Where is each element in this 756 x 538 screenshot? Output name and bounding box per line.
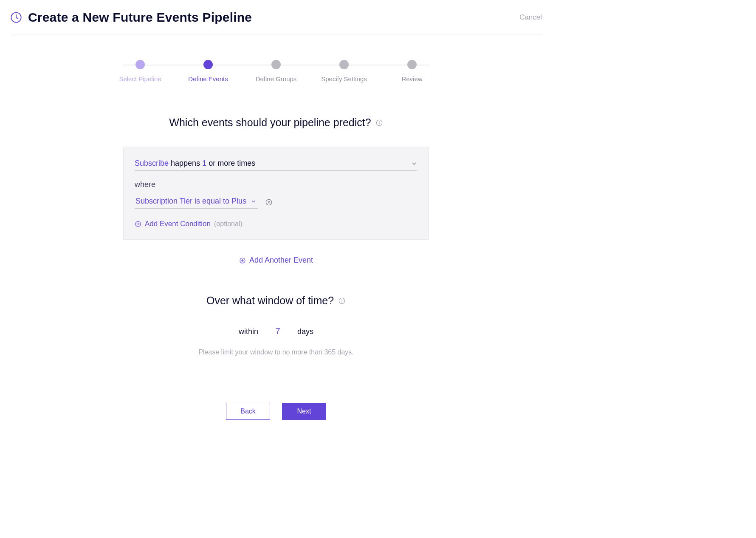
window-prefix: within xyxy=(239,327,258,336)
step-label: Define Groups xyxy=(256,75,297,82)
remove-condition-icon[interactable] xyxy=(265,198,273,206)
events-section-heading: Which events should your pipeline predic… xyxy=(123,116,429,129)
back-button[interactable]: Back xyxy=(226,403,270,420)
step-specify-settings[interactable]: Specify Settings xyxy=(319,60,370,82)
svg-point-9 xyxy=(341,299,342,300)
clock-icon xyxy=(10,11,22,23)
window-days-input[interactable] xyxy=(266,326,290,338)
condition-text: Subscription Tier is equal to Plus xyxy=(135,197,246,206)
window-suffix: days xyxy=(297,327,313,336)
event-qual-token: or more times xyxy=(209,159,255,167)
step-label: Select Pipeline xyxy=(119,75,161,82)
step-select-pipeline[interactable]: Select Pipeline xyxy=(115,60,166,82)
step-dot xyxy=(339,60,349,69)
event-card: Subscribe happens 1 or more times where … xyxy=(123,147,429,240)
step-dot xyxy=(135,60,145,69)
step-label: Specify Settings xyxy=(321,75,367,82)
step-define-groups[interactable]: Define Groups xyxy=(251,60,302,82)
svg-point-3 xyxy=(379,121,380,122)
chevron-down-icon[interactable] xyxy=(411,160,417,167)
step-define-events[interactable]: Define Events xyxy=(183,60,234,82)
step-review[interactable]: Review xyxy=(386,60,437,82)
add-another-event[interactable]: Add Another Event xyxy=(123,256,429,265)
step-dot xyxy=(271,60,281,69)
next-button[interactable]: Next xyxy=(282,403,326,420)
time-window-row: within days xyxy=(123,326,429,338)
event-count-token: 1 xyxy=(202,159,206,167)
cancel-link[interactable]: Cancel xyxy=(519,13,542,22)
step-label: Define Events xyxy=(188,75,228,82)
add-condition-label: Add Event Condition xyxy=(145,220,211,228)
event-happens-token: happens xyxy=(171,159,200,167)
page-title: Create a New Future Events Pipeline xyxy=(28,10,252,25)
add-condition-optional: (optional) xyxy=(214,220,243,228)
info-icon[interactable] xyxy=(375,119,383,127)
add-event-label: Add Another Event xyxy=(249,256,313,265)
step-dot xyxy=(203,60,213,69)
plus-circle-icon xyxy=(239,257,246,264)
event-rule-row[interactable]: Subscribe happens 1 or more times xyxy=(135,159,417,171)
window-hint: Please limit your window to no more than… xyxy=(123,348,429,356)
progress-stepper: Select Pipeline Define Events Define Gro… xyxy=(115,60,437,82)
add-event-condition[interactable]: Add Event Condition (optional) xyxy=(135,220,417,228)
event-name-token: Subscribe xyxy=(135,159,169,167)
events-heading-text: Which events should your pipeline predic… xyxy=(169,116,371,129)
step-dot xyxy=(407,60,417,69)
where-label: where xyxy=(135,180,417,189)
wizard-footer: Back Next xyxy=(123,403,429,420)
plus-circle-icon xyxy=(135,221,141,227)
chevron-down-icon xyxy=(251,198,257,204)
info-icon[interactable] xyxy=(338,297,346,305)
window-heading-text: Over what window of time? xyxy=(206,294,334,307)
step-label: Review xyxy=(401,75,422,82)
event-rule-text: Subscribe happens 1 or more times xyxy=(135,159,255,168)
window-section-heading: Over what window of time? xyxy=(123,294,429,307)
page-header: Create a New Future Events Pipeline Canc… xyxy=(10,10,542,34)
condition-selector[interactable]: Subscription Tier is equal to Plus xyxy=(135,196,258,209)
